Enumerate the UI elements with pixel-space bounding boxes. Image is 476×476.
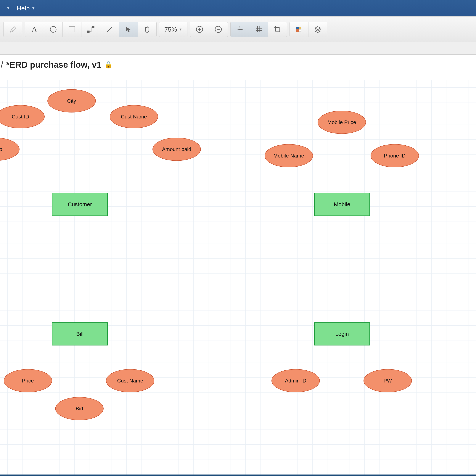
attr-mobile-name[interactable]: Mobile Name xyxy=(265,144,313,167)
svg-rect-1 xyxy=(69,27,75,32)
attr-cust-name[interactable]: Cust Name xyxy=(110,105,158,128)
menubar: ▼ Help ▼ xyxy=(0,0,476,16)
svg-point-0 xyxy=(50,26,56,32)
entity-bill[interactable]: Bill xyxy=(52,323,108,345)
attr-label: Amount paid xyxy=(162,146,191,152)
connector-tool-button[interactable] xyxy=(82,22,100,37)
menu-item-label: Help xyxy=(17,5,30,12)
attr-admin-id[interactable]: Admin ID xyxy=(272,369,320,392)
snap-button[interactable] xyxy=(231,22,249,37)
tool-group-format xyxy=(3,22,22,37)
attr-mobile-price[interactable]: Mobile Price xyxy=(318,111,366,134)
attr-amount-paid[interactable]: Amount paid xyxy=(153,137,201,161)
caret-down-icon: ▼ xyxy=(179,28,182,32)
layers-button[interactable] xyxy=(308,22,327,37)
attr-label: PW xyxy=(383,378,392,384)
attr-label: Cust ID xyxy=(12,114,29,120)
line-tool-button[interactable] xyxy=(100,22,119,37)
attr-label: Mobile Name xyxy=(273,153,304,159)
select-tool-button[interactable] xyxy=(119,22,138,37)
bottom-strip xyxy=(0,475,476,476)
svg-rect-16 xyxy=(296,27,299,29)
svg-rect-3 xyxy=(92,26,94,28)
entity-label: Bill xyxy=(76,331,84,337)
tool-group-zoom xyxy=(190,22,228,37)
palette-button[interactable] xyxy=(290,22,308,37)
text-tool-button[interactable]: A xyxy=(25,22,44,37)
tool-group-misc xyxy=(289,22,327,37)
attr-phone-id[interactable]: Phone ID xyxy=(371,144,419,167)
toolbar: A 75% ▼ xyxy=(0,16,476,42)
pan-tool-button[interactable] xyxy=(138,22,156,37)
attr-label: Cust Name xyxy=(117,378,143,384)
secondary-strip xyxy=(0,42,476,55)
attr-label: ne No xyxy=(0,146,2,152)
svg-rect-19 xyxy=(299,29,301,32)
attr-label: Admin ID xyxy=(285,378,306,384)
zoom-dropdown[interactable]: 75% ▼ xyxy=(159,22,187,37)
tool-group-shapes: A xyxy=(25,22,156,37)
menu-item-help[interactable]: Help ▼ xyxy=(13,0,39,16)
entity-customer[interactable]: Customer xyxy=(52,193,108,216)
zoom-out-button[interactable] xyxy=(209,22,228,37)
svg-line-4 xyxy=(107,27,112,32)
attr-label: Price xyxy=(22,378,34,384)
letter-a-icon: A xyxy=(32,25,37,34)
attr-label: Phone ID xyxy=(384,153,406,159)
attr-label: Mobile Price xyxy=(327,119,356,125)
lock-icon[interactable]: 🔒 xyxy=(104,61,113,68)
grid-button[interactable] xyxy=(249,22,268,37)
svg-rect-2 xyxy=(87,31,89,33)
attr-phone-no[interactable]: ne No xyxy=(0,137,19,161)
attr-bill-cust-name[interactable]: Cust Name xyxy=(106,369,154,392)
svg-rect-18 xyxy=(296,29,299,32)
breadcrumb-prefix: / xyxy=(1,60,3,70)
attr-label: Bid xyxy=(76,406,83,412)
caret-down-icon: ▼ xyxy=(32,6,35,10)
entity-label: Login xyxy=(335,331,349,337)
attr-bid[interactable]: Bid xyxy=(55,397,103,420)
svg-rect-17 xyxy=(299,27,301,29)
attr-pw[interactable]: PW xyxy=(363,369,412,392)
zoom-in-button[interactable] xyxy=(190,22,209,37)
caret-down-icon: ▼ xyxy=(6,6,10,10)
circle-tool-button[interactable] xyxy=(44,22,63,37)
crop-button[interactable] xyxy=(268,22,287,37)
attr-label: Cust Name xyxy=(121,114,147,120)
attr-label: City xyxy=(67,98,76,104)
title-bar: / *ERD purchase flow, v1 🔒 xyxy=(0,55,476,74)
diagram-canvas[interactable]: Customer City Cust ID Cust Name ne No Am… xyxy=(0,80,476,475)
tool-group-grid xyxy=(230,22,287,37)
rect-tool-button[interactable] xyxy=(63,22,82,37)
format-paintbrush-button[interactable] xyxy=(3,22,22,37)
attr-price[interactable]: Price xyxy=(4,369,52,392)
entity-mobile[interactable]: Mobile xyxy=(314,193,370,216)
entity-label: Mobile xyxy=(334,201,350,207)
document-title[interactable]: *ERD purchase flow, v1 xyxy=(6,60,101,70)
edges-layer xyxy=(0,80,56,108)
entity-login[interactable]: Login xyxy=(314,323,370,345)
attr-city[interactable]: City xyxy=(47,89,96,113)
menu-item-left[interactable]: ▼ xyxy=(3,0,13,16)
zoom-value: 75% xyxy=(164,26,177,33)
attr-cust-id[interactable]: Cust ID xyxy=(0,105,45,128)
entity-label: Customer xyxy=(68,201,92,207)
